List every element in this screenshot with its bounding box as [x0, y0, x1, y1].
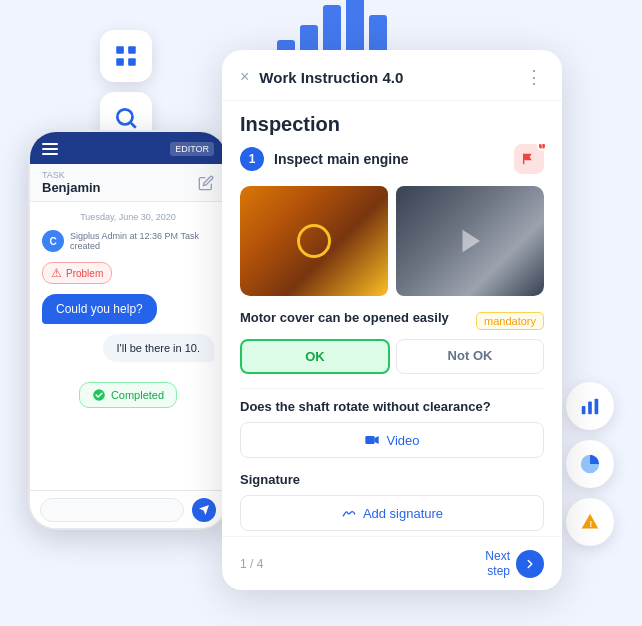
problem-label: Problem: [66, 268, 103, 279]
step-number: 1: [240, 147, 264, 171]
more-options-button[interactable]: ⋮: [525, 66, 544, 88]
edit-icon[interactable]: [198, 175, 214, 191]
avatar: C: [42, 230, 64, 252]
video-icon: [364, 432, 380, 448]
bubble-blue: Could you help?: [42, 294, 157, 324]
phone-task-bar: TASK Benjamin: [30, 164, 226, 202]
highlight-circle: [297, 224, 331, 258]
right-icon-panel: !: [566, 382, 614, 546]
phone-header-left: [42, 143, 58, 155]
warning-icon-button[interactable]: !: [566, 498, 614, 546]
search-icon: [113, 105, 139, 131]
svg-line-5: [131, 123, 136, 128]
question1-row: Motor cover can be opened easily mandato…: [240, 310, 544, 331]
pie-chart-icon: [579, 453, 601, 475]
svg-marker-16: [463, 230, 481, 253]
bar-chart-icon: [579, 395, 601, 417]
svg-rect-3: [128, 58, 136, 66]
chevron-right-icon: [523, 557, 537, 571]
page-indicator: 1 / 4: [240, 557, 263, 571]
engine-image-2: [396, 186, 544, 296]
engine-images: [240, 186, 544, 296]
svg-rect-17: [366, 436, 375, 444]
phone-header: EDITOR: [30, 132, 226, 164]
play-icon: [455, 226, 485, 256]
pie-chart-icon-button[interactable]: [566, 440, 614, 488]
svg-marker-18: [375, 436, 379, 444]
bar-chart-icon-button[interactable]: [566, 382, 614, 430]
grid-icon-button[interactable]: [100, 30, 152, 82]
completed-label: Completed: [111, 389, 164, 401]
check-circle-icon: [92, 388, 106, 402]
work-card-header: × Work Instruction 4.0 ⋮: [222, 50, 562, 101]
phone-send-button[interactable]: [192, 498, 216, 522]
bubble-reply: I'll be there in 10.: [103, 334, 214, 362]
completed-badge: Completed: [79, 382, 177, 408]
svg-rect-1: [128, 46, 136, 54]
video-button[interactable]: Video: [240, 422, 544, 458]
flag-icon: [521, 151, 537, 167]
work-card-footer: 1 / 4 Nextstep: [222, 536, 562, 590]
step-left: 1 Inspect main engine: [240, 147, 409, 171]
svg-text:!: !: [590, 520, 593, 529]
question2-label: Does the shaft rotate without clearance?: [240, 399, 544, 414]
signature-section-label: Signature: [240, 472, 544, 487]
step-label: Inspect main engine: [274, 151, 409, 167]
phone-task-label: TASK: [42, 170, 101, 180]
engine-image-1: [240, 186, 388, 296]
warning-icon: !: [579, 511, 601, 533]
work-instruction-card: × Work Instruction 4.0 ⋮ Inspection 1 In…: [222, 50, 562, 590]
svg-point-4: [117, 109, 132, 124]
send-icon: [198, 504, 210, 516]
editor-badge: EDITOR: [170, 142, 214, 156]
work-card-title: Work Instruction 4.0: [259, 69, 403, 86]
next-step-button[interactable]: Nextstep: [485, 549, 544, 578]
svg-rect-11: [588, 401, 592, 414]
system-text: Sigplus Admin at 12:36 PM Task created: [70, 231, 214, 251]
svg-rect-10: [582, 406, 586, 414]
phone-mockup: EDITOR TASK Benjamin Tuesday, June 30, 2…: [28, 130, 228, 530]
video-label: Video: [386, 433, 419, 448]
svg-rect-12: [595, 399, 599, 415]
flag-count-badge: 1: [537, 144, 547, 151]
divider: [240, 388, 544, 389]
question1-label: Motor cover can be opened easily: [240, 310, 449, 325]
not-ok-button[interactable]: Not OK: [396, 339, 544, 374]
phone-task-name: Benjamin: [42, 180, 101, 195]
phone-input-bar: [30, 490, 226, 528]
phone-date: Tuesday, June 30, 2020: [42, 212, 214, 222]
problem-badge: ⚠ Problem: [42, 262, 112, 284]
mandatory-label: mandatory: [476, 312, 544, 330]
add-signature-label: Add signature: [363, 506, 443, 521]
signature-icon: [341, 505, 357, 521]
system-message: C Sigplus Admin at 12:36 PM Task created: [42, 230, 214, 252]
ok-button[interactable]: OK: [240, 339, 390, 374]
svg-rect-2: [116, 58, 124, 66]
next-step-circle: [516, 550, 544, 578]
svg-point-14: [93, 389, 105, 401]
step-row: 1 Inspect main engine 1: [240, 144, 544, 174]
hamburger-icon: [42, 143, 58, 155]
grid-icon: [113, 43, 139, 69]
inspection-title: Inspection: [222, 101, 562, 144]
phone-input-field[interactable]: [40, 498, 184, 522]
flag-badge: 1: [514, 144, 544, 174]
ok-not-ok-row: OK Not OK: [240, 339, 544, 374]
next-step-label: Nextstep: [485, 549, 510, 578]
svg-rect-0: [116, 46, 124, 54]
work-card-header-left: × Work Instruction 4.0: [240, 68, 403, 86]
add-signature-button[interactable]: Add signature: [240, 495, 544, 531]
close-button[interactable]: ×: [240, 68, 249, 86]
work-card-body: 1 Inspect main engine 1: [222, 144, 562, 536]
